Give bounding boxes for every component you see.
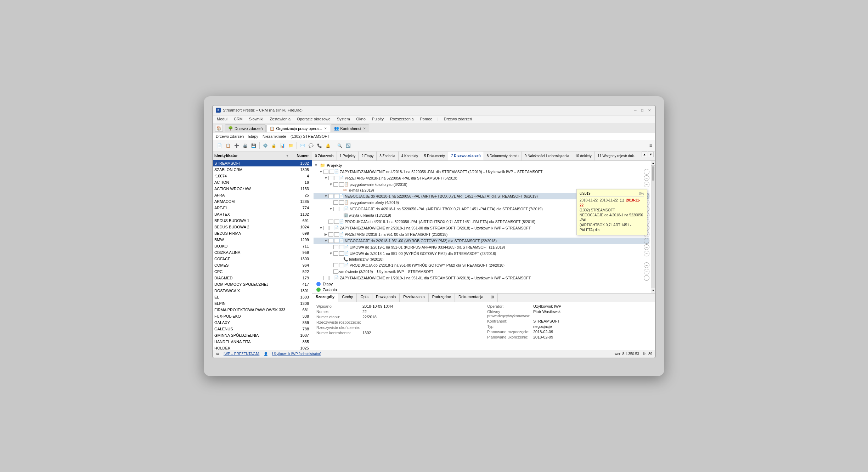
checkbox[interactable]: [333, 200, 338, 205]
collapse-btn[interactable]: −: [644, 175, 649, 181]
tab-naleznosci[interactable]: 9 Należności i zobowiązania: [522, 152, 573, 160]
checkbox2[interactable]: [339, 200, 344, 205]
tab-kontrahenci[interactable]: 👥 Kontrahenci ✕: [331, 124, 370, 132]
list-item[interactable]: ACTION WROCŁAW 1133: [213, 186, 312, 192]
list-item[interactable]: HOLDEK 1025: [213, 345, 312, 350]
toolbar-btn-14[interactable]: 🔍: [336, 142, 344, 149]
vertical-scrollbar[interactable]: ▲ ▼: [651, 161, 655, 293]
collapse-btn[interactable]: −: [644, 275, 649, 281]
checkbox2[interactable]: [339, 263, 344, 267]
toolbar-btn-13[interactable]: 🔔: [324, 142, 332, 149]
collapse-btn[interactable]: −: [644, 262, 649, 268]
tab-dok-obrotu[interactable]: 8 Dokumenty obrotu: [484, 152, 522, 160]
toolbar-btn-8[interactable]: 📊: [278, 142, 286, 149]
list-item[interactable]: AFRA 25: [213, 192, 312, 198]
list-item[interactable]: GALAXY 859: [213, 319, 312, 326]
checkbox[interactable]: [333, 245, 338, 249]
toggle-projekty[interactable]: ▼: [314, 163, 319, 167]
checkbox[interactable]: [333, 182, 338, 187]
list-item[interactable]: CPC 522: [213, 268, 312, 275]
tree-row-negocjacje-2[interactable]: ▼ 📄 NEGOCJACJE do 2/2018-1 951-00 (WYRÓB…: [314, 238, 649, 244]
close-button[interactable]: ✕: [647, 107, 652, 113]
tab-wstepny[interactable]: 11 Wstępny rejestr dok.: [595, 152, 638, 160]
checkbox2[interactable]: [329, 276, 334, 280]
menu-drzewo[interactable]: Drzewo zdarzeń: [443, 116, 473, 121]
toolbar-btn-3[interactable]: ➕: [233, 142, 241, 149]
toggle-icon[interactable]: ▼: [319, 226, 323, 230]
list-item[interactable]: BMW 1299: [213, 237, 312, 243]
tree-row[interactable]: ▶ 📄 PRODUKCJA do 2/2018-1 na 951-00 (WYR…: [314, 262, 649, 268]
menu-slowniki[interactable]: Słowniki: [248, 116, 264, 121]
collapse-btn[interactable]: −: [644, 244, 649, 250]
list-item[interactable]: CISZKA ALINA 959: [213, 249, 312, 256]
list-item[interactable]: EL 1303: [213, 294, 312, 300]
toggle-icon[interactable]: ▶: [323, 232, 328, 236]
menu-crm[interactable]: CRM: [233, 116, 244, 121]
list-item[interactable]: ELPIN 1306: [213, 300, 312, 307]
list-item[interactable]: ART-EL 774: [213, 205, 312, 211]
menu-system[interactable]: System: [336, 116, 351, 121]
list-item[interactable]: ACTION 16: [213, 179, 312, 186]
checkbox2[interactable]: [339, 207, 344, 211]
minimize-button[interactable]: ─: [632, 107, 638, 113]
detail-tab-powiazania[interactable]: Powiązania: [372, 294, 400, 302]
list-item[interactable]: *10074 4: [213, 173, 312, 179]
list-item[interactable]: FUX-POL-EKO 338: [213, 313, 312, 319]
list-item[interactable]: BOJKO 711: [213, 243, 312, 249]
toggle-icon[interactable]: ▼: [323, 194, 328, 198]
maximize-button[interactable]: □: [639, 107, 645, 113]
checkbox2[interactable]: [334, 176, 339, 180]
checkbox[interactable]: [333, 207, 338, 211]
toolbar-btn-9[interactable]: 📁: [287, 142, 295, 149]
menu-zestawienia[interactable]: Zestawienia: [269, 116, 292, 121]
checkbox[interactable]: [328, 220, 333, 224]
scroll-right-arrow[interactable]: ▼: [648, 152, 654, 157]
tab-zadania[interactable]: 3 Zadania: [377, 152, 398, 160]
tree-row[interactable]: ▶ 📄 ZAPYTANIE/ZAMÓWIENIE nr 1/2019-1 na …: [314, 275, 649, 281]
checkbox[interactable]: [328, 239, 333, 243]
detail-tab-cechy[interactable]: Cechy: [338, 294, 357, 302]
tab-etapy[interactable]: 2 Etapy: [359, 152, 377, 160]
collapse-btn[interactable]: −: [644, 251, 649, 256]
scroll-up-btn[interactable]: ▲: [651, 161, 655, 166]
tab-organizacja-pracy[interactable]: 📋 Organizacja pracy opera... ✕: [266, 125, 330, 132]
detail-tab-dokumentacja[interactable]: Dokumentacja: [455, 294, 487, 302]
list-item[interactable]: GMINNA SPÓŁDZIELNIA 1087: [213, 332, 312, 339]
checkbox2[interactable]: [339, 182, 344, 187]
list-item[interactable]: BEDUS BUDOWA 2 1024: [213, 224, 312, 230]
toolbar-btn-6[interactable]: ⚙️: [261, 142, 269, 149]
tab-ankiety[interactable]: 10 Ankiety: [572, 152, 594, 160]
tab-drzewo-zdarzen[interactable]: 7 Drzewo zdarzeń: [448, 152, 484, 160]
detail-tab-szczegoly[interactable]: Szczegóły: [312, 294, 338, 302]
tree-content[interactable]: ▼ 📁 Projekty ▼ 📄 ZAPYTANIE/ZAMÓWIENIE nr…: [312, 161, 651, 293]
tree-row[interactable]: ▼ 📋 przygotowanie kosztorysu (3/2019) −: [314, 181, 649, 188]
tree-row[interactable]: ▶ 📞 telefoniczny (6/2018): [314, 257, 649, 262]
toolbar-btn-5[interactable]: 💾: [250, 142, 258, 149]
checkbox2[interactable]: [334, 220, 339, 224]
checkbox2[interactable]: [329, 226, 334, 230]
etapy-section[interactable]: Etapy: [314, 281, 649, 287]
toolbar-btn-2[interactable]: 📋: [224, 142, 232, 149]
detail-tab-przekazania[interactable]: Przekazania: [400, 294, 429, 302]
tab-drzewo-zdarzen-inactive[interactable]: 🌳 Drzewo zdarzeń: [225, 124, 266, 132]
toolbar-btn-11[interactable]: 💬: [307, 142, 315, 149]
tab-zdarzenia[interactable]: 0 Zdarzenia: [312, 152, 337, 160]
checkbox[interactable]: [333, 269, 338, 274]
toggle-icon[interactable]: ▼: [328, 182, 333, 186]
tree-row[interactable]: ▼ 📄 UMOWA do 2/2018-1 na 951-00 (WYRÓB G…: [314, 250, 649, 257]
collapse-btn[interactable]: −: [644, 238, 649, 244]
list-item[interactable]: COFACE 1300: [213, 256, 312, 262]
checkbox[interactable]: [323, 226, 328, 230]
toolbar-btn-15[interactable]: ↩️: [344, 142, 352, 149]
toggle-icon[interactable]: ▼: [323, 239, 328, 243]
filter-icon[interactable]: ▼: [286, 154, 289, 158]
list-item[interactable]: STREAMSOFT 1302: [213, 160, 312, 166]
toolbar-btn-12[interactable]: 📞: [316, 142, 323, 149]
toggle-icon[interactable]: ▼: [328, 207, 333, 211]
zadania-section[interactable]: Zadania: [314, 287, 649, 292]
collapse-btn[interactable]: −: [644, 169, 649, 175]
scroll-thumb[interactable]: [652, 166, 654, 181]
menu-operacje[interactable]: Operacje okresowe: [296, 116, 332, 121]
status-user[interactable]: Użytkownik IWP [administrator]: [272, 352, 321, 356]
list-item[interactable]: DIAGMED 179: [213, 275, 312, 281]
